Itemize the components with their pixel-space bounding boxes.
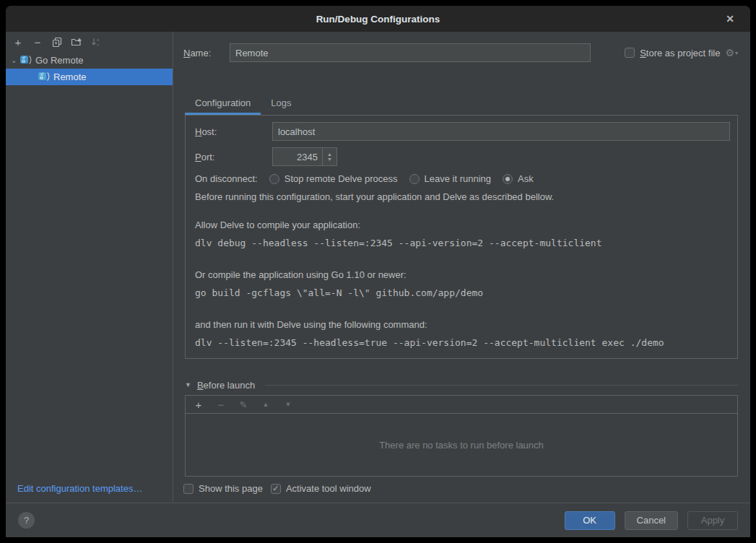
page-options-row: Show this page ✓ Activate tool window [183,483,371,494]
move-down-icon[interactable]: ▼ [282,398,295,411]
add-task-icon[interactable]: + [192,398,205,411]
before-launch-toolbar: + − ✎ ▲ ▼ [186,396,737,414]
tree-group-label: Go Remote [35,55,83,66]
radio-ask[interactable]: Ask [503,173,534,184]
activate-tool-window-checkbox[interactable]: ✓ [271,484,281,494]
close-icon[interactable]: ✕ [720,6,740,32]
configuration-panel: Host: Port: 2345 ▲ ▼ On disconnect: Stop [185,115,738,359]
tab-logs[interactable]: Logs [261,92,301,113]
sort-configurations-icon[interactable]: az [90,35,103,48]
chevron-down-icon: ▾ [735,50,738,56]
radio-icon[interactable] [409,174,420,184]
show-this-page-option[interactable]: Show this page [183,483,263,494]
copy-configuration-icon[interactable] [51,35,64,48]
dialog-title: Run/Debug Configurations [316,14,440,25]
host-input[interactable] [272,122,730,141]
name-label: Name: [183,48,221,58]
svg-text:a: a [97,38,100,42]
instruction-line: Allow Delve to compile your application: [195,219,730,231]
on-disconnect-label: On disconnect: [195,173,258,184]
sidebar-toolbar: + − az [6,32,173,52]
on-disconnect-row: On disconnect: Stop remote Delve process… [195,173,730,184]
ok-button[interactable]: OK [565,511,615,530]
before-launch-panel: + − ✎ ▲ ▼ There are no tasks to run befo… [185,395,738,477]
collapse-triangle-icon[interactable]: ▼ [185,381,191,388]
command-line: dlv debug --headless --listen=:2345 --ap… [195,237,730,249]
before-launch-label: Before launch [197,380,255,391]
go-remote-icon [19,55,32,66]
titlebar: Run/Debug Configurations ✕ [6,6,750,32]
add-configuration-icon[interactable]: + [12,35,25,48]
main-panel: Name: Store as project file ⚙▾ Configura… [174,32,750,503]
store-as-project-file-option[interactable]: Store as project file ⚙▾ [625,47,738,58]
new-folder-icon[interactable] [70,35,83,48]
edit-task-icon[interactable]: ✎ [237,398,250,411]
activate-tool-window-label: Activate tool window [286,483,371,494]
svg-text:z: z [97,43,99,47]
store-as-project-file-label: Store as project file [640,48,720,58]
radio-selected-icon[interactable] [503,174,513,184]
port-row: Port: 2345 ▲ ▼ [195,147,730,166]
activate-tool-window-option[interactable]: ✓ Activate tool window [271,483,371,494]
instructions-text: Before running this configuration, start… [195,191,730,349]
remove-configuration-icon[interactable]: − [31,35,44,48]
instruction-line: Or compile the application using Go 1.10… [195,269,730,281]
gear-icon[interactable]: ⚙▾ [725,47,738,58]
dialog-footer: ? OK Cancel Apply [6,503,750,537]
run-debug-configurations-dialog: Run/Debug Configurations ✕ + − az ⌄ Go R… [6,6,750,537]
port-value[interactable]: 2345 [273,148,322,165]
spinner-arrows[interactable]: ▲ ▼ [322,148,336,165]
instruction-line: Before running this configuration, start… [195,191,730,203]
instruction-line: and then run it with Delve using the fol… [195,318,730,331]
dialog-buttons: OK Cancel Apply [565,511,738,530]
port-stepper[interactable]: 2345 ▲ ▼ [272,147,337,166]
go-remote-icon [38,71,50,82]
command-line: go build -gcflags \"all=-N -l\" github.c… [195,287,730,299]
name-row: Name: Store as project file ⚙▾ [183,43,738,62]
help-icon[interactable]: ? [18,512,35,529]
host-row: Host: [195,122,730,141]
move-up-icon[interactable]: ▲ [259,398,272,411]
tree-item-label: Remote [53,71,87,82]
remove-task-icon[interactable]: − [214,398,227,411]
configurations-sidebar: + − az ⌄ Go Remote Remote Edit configura… [6,32,173,503]
radio-stop-remote-delve-process[interactable]: Stop remote Delve process [269,173,398,184]
name-input[interactable] [230,43,591,62]
tab-bar: Configuration Logs [185,92,302,113]
tree-item-remote[interactable]: Remote [6,69,173,85]
host-label: Host: [195,126,272,137]
apply-button[interactable]: Apply [687,511,738,530]
show-this-page-checkbox[interactable] [183,484,194,494]
chevron-down-icon[interactable]: ⌄ [11,56,19,64]
tree-group-go-remote[interactable]: ⌄ Go Remote [6,52,173,69]
radio-icon[interactable] [269,174,279,184]
radio-leave-it-running[interactable]: Leave it running [409,173,492,184]
spinner-down-icon[interactable]: ▼ [327,157,332,162]
cancel-button[interactable]: Cancel [625,511,678,530]
port-label: Port: [195,152,272,162]
command-line: dlv --listen=:2345 --headless=true --api… [195,336,730,349]
spinner-up-icon[interactable]: ▲ [327,152,332,157]
before-launch-header[interactable]: ▼ Before launch [185,378,738,392]
store-as-project-file-checkbox[interactable] [625,48,635,58]
no-tasks-message: There are no tasks to run before launch [186,414,737,476]
tab-configuration[interactable]: Configuration [185,92,261,113]
edit-configuration-templates-link[interactable]: Edit configuration templates… [17,483,142,494]
divider [265,385,738,386]
show-this-page-label: Show this page [199,483,263,494]
